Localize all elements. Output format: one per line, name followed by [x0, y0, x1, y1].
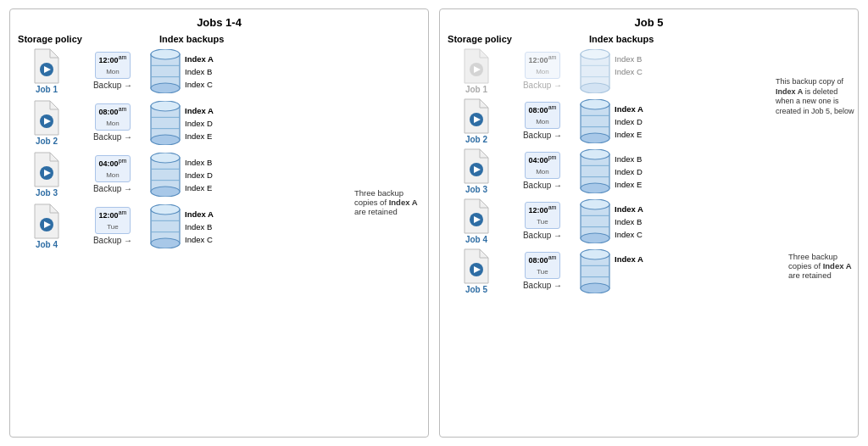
svg-point-60	[581, 249, 609, 259]
index-label: Index B	[185, 220, 214, 233]
time-cell-job2: 08:00amMonBackup →	[509, 102, 576, 139]
index-label: Index A	[185, 104, 214, 117]
job-row-job4: Job 412:00amTueBackup →Index AIndex BInd…	[447, 198, 851, 244]
file-icon-job2: Job 2	[447, 98, 506, 144]
time-cell-job3: 04:00pmMonBackup →	[509, 152, 576, 189]
cylinder-cell-job4: Index AIndex BIndex C	[579, 199, 643, 243]
job-label-job5: Job 5	[465, 285, 487, 294]
cylinder-cell-job1: Index BIndex C	[579, 49, 643, 93]
job-label-job3: Job 3	[36, 188, 58, 198]
time-cell-job3: 04:00pmMonBackup →	[79, 155, 147, 192]
file-icon-job3: Job 3	[17, 151, 76, 198]
file-icon-job4: Job 4	[17, 203, 76, 249]
index-label: Index E	[185, 181, 213, 194]
svg-point-3	[151, 83, 180, 93]
index-label: Index A	[185, 53, 214, 65]
right-storage-header: Storage policy	[447, 34, 513, 44]
backup-arrow-job4: Backup →	[93, 236, 132, 245]
svg-point-59	[581, 283, 609, 293]
time-cell-job1: 12:00amMonBackup →	[79, 52, 147, 89]
index-label: Index C	[185, 78, 214, 91]
index-label: Index C	[615, 65, 643, 78]
job-label-job1: Job 1	[465, 85, 487, 94]
index-label: Index B	[185, 65, 214, 78]
svg-point-4	[151, 49, 180, 59]
time-cell-job4: 12:00amTueBackup →	[79, 207, 147, 244]
file-icon-job5: Job 5	[447, 248, 506, 294]
index-label: Index B	[615, 215, 643, 228]
backup-arrow-job3: Backup →	[93, 184, 132, 193]
index-label: Index B	[615, 53, 643, 65]
index-labels-job3: Index BIndex DIndex E	[185, 153, 213, 195]
job-label-job4: Job 4	[465, 235, 487, 244]
index-label: Index E	[615, 178, 643, 191]
file-icon-job4: Job 4	[447, 198, 506, 244]
index-label: Index D	[615, 165, 643, 178]
index-label: Index A	[615, 103, 643, 115]
time-cell-job1: 12:00amMonBackup →	[509, 52, 576, 89]
index-label: Index D	[185, 117, 214, 130]
backup-arrow-job2: Backup →	[523, 131, 562, 140]
svg-point-53	[581, 199, 609, 209]
job-label-job2: Job 2	[36, 137, 58, 146]
svg-point-39	[581, 99, 609, 109]
index-label: Index D	[185, 169, 213, 181]
svg-point-38	[581, 133, 609, 143]
backup-arrow-job1: Backup →	[523, 81, 562, 90]
right-delete-note: This backup copy of Index A is deleted w…	[776, 77, 856, 117]
left-note: Three backup copies of Index A are retai…	[354, 187, 426, 215]
cylinder-cell-job2: Index AIndex DIndex E	[149, 101, 214, 145]
job-row-job2: Job 208:00amMonBackup →Index AIndex DInd…	[17, 99, 421, 146]
file-icon-job2: Job 2	[17, 99, 76, 146]
index-label: Index D	[615, 115, 643, 128]
cylinder-cell-job3: Index BIndex DIndex E	[149, 153, 213, 197]
index-labels-job5: Index A	[615, 249, 643, 265]
index-labels-job3: Index BIndex DIndex E	[615, 149, 643, 192]
svg-point-17	[151, 187, 180, 197]
index-label: Index C	[185, 233, 214, 246]
backup-arrow-job2: Backup →	[93, 132, 132, 142]
file-icon-job1: Job 1	[17, 47, 76, 94]
index-label: Index E	[615, 128, 643, 141]
cylinder-cell-job3: Index BIndex DIndex E	[579, 149, 643, 193]
left-index-header: Index backups	[159, 34, 224, 44]
index-label: Index A	[615, 253, 643, 265]
job-label-job2: Job 2	[465, 135, 487, 144]
backup-arrow-job3: Backup →	[523, 181, 562, 190]
file-icon-job1: Job 1	[447, 47, 506, 94]
index-label: Index A	[185, 208, 214, 220]
left-storage-header: Storage policy	[17, 34, 83, 44]
right-note: Three backup copies of Index A are retai…	[788, 252, 856, 280]
time-cell-job2: 08:00amMonBackup →	[79, 103, 147, 141]
job-label-job4: Job 4	[36, 240, 58, 249]
svg-point-52	[581, 233, 609, 243]
svg-point-18	[151, 153, 180, 163]
backup-arrow-job1: Backup →	[93, 81, 132, 90]
index-labels-job1: Index BIndex C	[615, 49, 643, 78]
cylinder-cell-job5: Index A	[579, 249, 643, 293]
index-labels-job2: Index AIndex DIndex E	[615, 99, 643, 142]
svg-point-46	[581, 149, 609, 159]
index-label: Index E	[185, 130, 214, 142]
time-cell-job5: 08:00amTueBackup →	[509, 252, 576, 289]
index-label: Index A	[615, 203, 643, 215]
index-label: Index B	[185, 156, 213, 169]
time-cell-job4: 12:00amTueBackup →	[509, 202, 576, 239]
index-labels-job2: Index AIndex DIndex E	[185, 101, 214, 143]
cylinder-cell-job4: Index AIndex BIndex C	[149, 204, 214, 248]
job-label-job1: Job 1	[36, 85, 58, 94]
svg-point-31	[581, 83, 609, 93]
svg-point-25	[151, 204, 180, 215]
job-row-job1: Job 112:00amMonBackup →Index AIndex BInd…	[17, 47, 421, 94]
index-labels-job1: Index AIndex BIndex C	[185, 49, 214, 92]
index-labels-job4: Index AIndex BIndex C	[185, 204, 214, 247]
svg-point-45	[581, 183, 609, 193]
svg-point-11	[151, 101, 180, 111]
left-title: Jobs 1-4	[17, 16, 421, 29]
svg-point-24	[151, 238, 180, 248]
cylinder-cell-job1: Index AIndex BIndex C	[149, 49, 214, 93]
right-title: Job 5	[447, 16, 851, 29]
job-row-job3: Job 304:00pmMonBackup →Index BIndex DInd…	[447, 148, 851, 194]
index-labels-job4: Index AIndex BIndex C	[615, 199, 643, 242]
svg-point-10	[151, 135, 180, 145]
